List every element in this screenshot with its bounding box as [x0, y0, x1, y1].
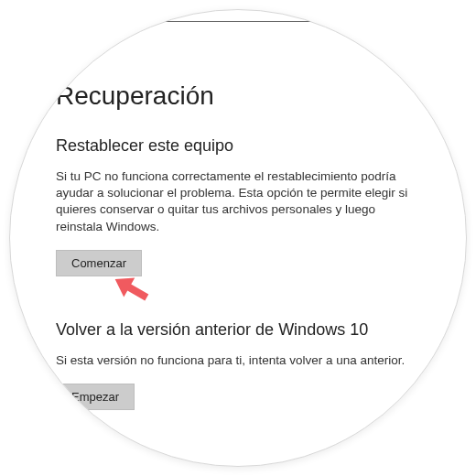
rollback-description: Si esta versión no funciona para ti, int…	[56, 352, 422, 369]
top-divider	[147, 21, 349, 22]
reset-description: Si tu PC no funciona correctamente el re…	[56, 168, 422, 235]
page-title: Recuperación	[56, 81, 440, 111]
reset-start-button[interactable]: Comenzar	[56, 250, 142, 276]
recovery-panel: Recuperación Restablecer este equipo Si …	[10, 28, 467, 410]
reset-heading: Restablecer este equipo	[56, 136, 440, 156]
rollback-start-button[interactable]: Empezar	[56, 384, 135, 410]
magnifier-frame: Recuperación Restablecer este equipo Si …	[9, 9, 467, 467]
rollback-heading: Volver a la versión anterior de Windows …	[56, 320, 440, 340]
